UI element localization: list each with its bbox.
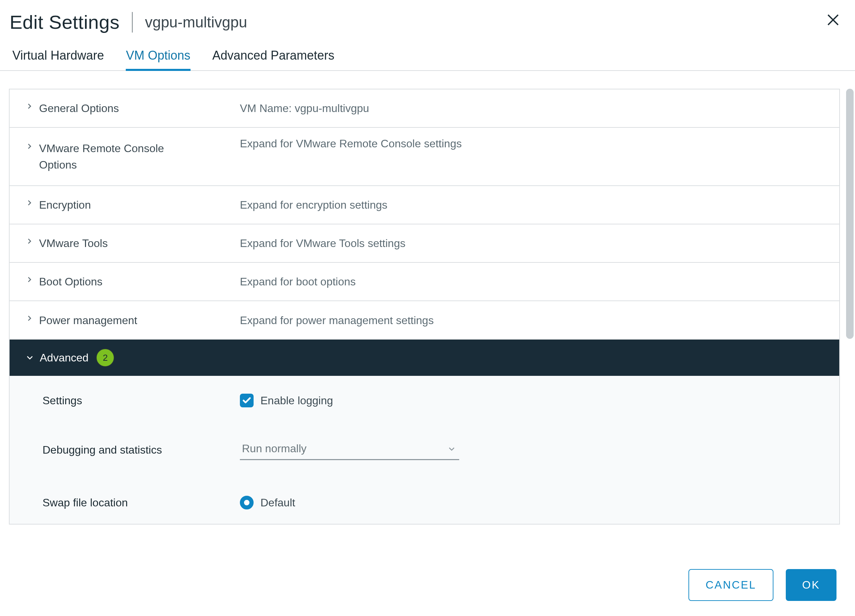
advanced-row-debugging: Debugging and statistics Run normally [9, 425, 839, 475]
row-value: Expand for encryption settings [240, 199, 387, 211]
enable-logging-checkbox[interactable] [240, 394, 254, 408]
debugging-select[interactable]: Run normally [240, 440, 459, 460]
adv-label-swap: Swap file location [43, 496, 240, 509]
row-advanced-header[interactable]: Advanced 2 [9, 340, 839, 376]
row-label: Advanced [40, 349, 89, 366]
swap-default-label: Default [260, 496, 295, 509]
row-value: Expand for VMware Remote Console setting… [240, 137, 461, 150]
tab-advanced-parameters[interactable]: Advanced Parameters [213, 46, 334, 70]
adv-label-settings: Settings [43, 394, 240, 407]
row-label: Boot Options [39, 273, 103, 290]
tab-bar: Virtual Hardware VM Options Advanced Par… [0, 46, 855, 71]
adv-label-debugging: Debugging and statistics [43, 444, 240, 457]
dialog-title: Edit Settings [9, 11, 120, 33]
row-general-options[interactable]: General Options VM Name: vgpu-multivgpu [9, 89, 839, 128]
advanced-row-swap: Swap file location Default [9, 475, 839, 524]
chevron-right-icon [26, 143, 33, 150]
scrollbar-thumb[interactable] [846, 89, 853, 339]
advanced-body: Settings Enable logging Debugging and st… [9, 376, 839, 524]
enable-logging-label: Enable logging [260, 394, 333, 407]
chevron-right-icon [26, 238, 33, 245]
row-power-management[interactable]: Power management Expand for power manage… [9, 301, 839, 340]
edit-settings-dialog: Edit Settings vgpu-multivgpu Virtual Har… [0, 0, 855, 616]
row-value: VM Name: vgpu-multivgpu [240, 102, 369, 115]
tab-vm-options[interactable]: VM Options [126, 46, 190, 70]
header-divider [132, 12, 133, 32]
row-value: Expand for VMware Tools settings [240, 237, 405, 250]
ok-button[interactable]: OK [786, 569, 837, 601]
chevron-right-icon [26, 315, 33, 322]
row-vmware-remote-console[interactable]: VMware Remote Console Options Expand for… [9, 128, 839, 186]
options-panel: General Options VM Name: vgpu-multivgpu … [9, 89, 840, 524]
tab-virtual-hardware[interactable]: Virtual Hardware [12, 46, 104, 70]
row-encryption[interactable]: Encryption Expand for encryption setting… [9, 186, 839, 224]
close-button[interactable] [826, 12, 841, 28]
content-scroll-area: General Options VM Name: vgpu-multivgpu … [0, 89, 855, 528]
cancel-button[interactable]: CANCEL [688, 569, 774, 601]
row-vmware-tools[interactable]: VMware Tools Expand for VMware Tools set… [9, 224, 839, 263]
row-value: Expand for boot options [240, 276, 356, 288]
row-label: General Options [39, 100, 119, 116]
callout-badge-2: 2 [96, 348, 115, 367]
row-label: Power management [39, 312, 137, 329]
dialog-footer: CANCEL OK [688, 569, 837, 601]
chevron-right-icon [26, 103, 33, 110]
swap-default-radio[interactable] [240, 496, 254, 509]
check-icon [242, 396, 251, 405]
row-label: Encryption [39, 197, 91, 213]
debugging-select-value: Run normally [242, 442, 307, 455]
advanced-row-settings: Settings Enable logging [9, 376, 839, 425]
row-label: VMware Tools [39, 235, 107, 251]
vm-name: vgpu-multivgpu [145, 14, 247, 31]
chevron-right-icon [26, 199, 33, 206]
chevron-down-icon [447, 445, 456, 453]
close-icon [826, 12, 841, 28]
chevron-down-icon [26, 354, 34, 362]
row-value: Expand for power management settings [240, 314, 434, 327]
dialog-header: Edit Settings vgpu-multivgpu [0, 0, 855, 46]
chevron-right-icon [26, 276, 33, 283]
row-boot-options[interactable]: Boot Options Expand for boot options [9, 263, 839, 301]
row-label: VMware Remote Console Options [39, 140, 204, 173]
